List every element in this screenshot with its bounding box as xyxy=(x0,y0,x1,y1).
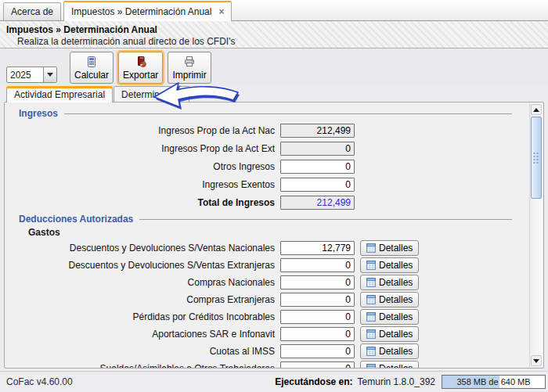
detalles-button[interactable]: Detalles xyxy=(360,292,419,307)
form-row: Ingresos Exentos xyxy=(14,175,525,193)
table-icon xyxy=(366,278,376,287)
field-label: Ingresos Exentos xyxy=(14,179,280,190)
amount-field[interactable] xyxy=(280,241,355,255)
triangle-down-icon xyxy=(533,359,539,363)
detalles-label: Detalles xyxy=(379,311,413,322)
form-row: Pérdidas por Créditos Incobrables Detall… xyxy=(14,308,525,325)
form-row: Compras Nacionales Detalles xyxy=(14,274,525,291)
detalles-label: Detalles xyxy=(379,277,413,288)
document-tabbar: Acerca de Impuestos » Determinación Anua… xyxy=(0,0,548,21)
field-label: Total de Ingresos xyxy=(14,197,280,208)
section-divider xyxy=(139,219,512,220)
year-select[interactable]: 2025 xyxy=(6,67,57,83)
exportar-label: Exportar xyxy=(123,70,158,81)
amount-field[interactable] xyxy=(280,124,355,138)
field-label: Pérdidas por Créditos Incobrables xyxy=(14,311,280,322)
ingresos-rows: Ingresos Prop de la Act Nac Ingresos Pro… xyxy=(14,121,525,211)
gastos-rows: Descuentos y Devoluciones S/Ventas Nacio… xyxy=(14,239,525,369)
scrollbar-thumb[interactable] xyxy=(531,117,542,199)
calcular-button[interactable]: Calcular xyxy=(70,52,114,84)
year-value: 2025 xyxy=(7,67,43,82)
section-deducciones-header: Deducciones Autorizadas xyxy=(19,213,520,225)
detalles-button[interactable]: Detalles xyxy=(360,275,419,290)
table-icon xyxy=(366,261,376,270)
tab-acerca-de[interactable]: Acerca de xyxy=(3,2,61,20)
field-label: Ingresos Prop de la Act Ext xyxy=(14,143,280,154)
detalles-button[interactable]: Detalles xyxy=(360,326,419,342)
table-icon xyxy=(366,243,376,253)
form-row: Compras Extranjeras Detalles xyxy=(14,291,525,308)
app-window: Acerca de Impuestos » Determinación Anua… xyxy=(0,0,548,392)
page-title: Impuestos » Determinación Anual xyxy=(6,24,542,35)
tab-impuestos-determinacion[interactable]: Impuestos » Determinación Anual × xyxy=(63,1,232,21)
detalles-label: Detalles xyxy=(379,346,413,357)
tab-actividad-empresarial[interactable]: Actividad Empresarial xyxy=(6,86,113,102)
detalles-label: Detalles xyxy=(379,260,413,271)
tab-determinacion-label: Determinación xyxy=(121,89,182,100)
form-content: Ingresos Ingresos Prop de la Act Nac Ing… xyxy=(5,102,543,369)
detalles-button[interactable]: Detalles xyxy=(360,240,419,256)
table-icon xyxy=(366,329,376,339)
amount-field[interactable] xyxy=(280,160,355,174)
detalles-button[interactable]: Detalles xyxy=(360,309,419,325)
vertical-scrollbar[interactable] xyxy=(529,103,543,367)
detalles-label: Detalles xyxy=(379,294,413,305)
detalles-button[interactable]: Detalles xyxy=(360,343,419,359)
amount-field[interactable] xyxy=(280,196,355,210)
field-label: Compras Nacionales xyxy=(14,277,280,288)
form-row: Aportaciones SAR e Infonavit Detalles xyxy=(14,325,525,343)
amount-field[interactable] xyxy=(280,142,355,156)
year-dropdown-button[interactable] xyxy=(43,67,56,82)
scroll-down-button[interactable] xyxy=(531,355,542,366)
amount-field[interactable] xyxy=(280,293,355,307)
memory-gauge-text: 358 MB de 640 MB xyxy=(456,377,530,387)
field-label: Aportaciones SAR e Infonavit xyxy=(14,329,280,340)
detalles-label: Detalles xyxy=(379,243,413,254)
section-ingresos-title: Ingresos xyxy=(19,108,58,119)
calculator-icon xyxy=(85,56,98,68)
section-ingresos-header: Ingresos xyxy=(19,107,520,120)
detalles-label: Detalles xyxy=(379,329,413,340)
form-row: Ingresos Prop de la Act Ext xyxy=(14,139,525,157)
triangle-up-icon xyxy=(533,108,539,112)
form-row: Ingresos Prop de la Act Nac xyxy=(14,121,525,139)
export-book-icon xyxy=(135,56,147,68)
field-label: Cuotas al IMSS xyxy=(14,346,280,357)
form-tabbar: Actividad Empresarial Determinación xyxy=(0,86,548,102)
module-header: Impuestos » Determinación Anual Realiza … xyxy=(0,21,548,49)
form-row: Total de Ingresos xyxy=(14,193,525,211)
amount-field[interactable] xyxy=(280,361,355,369)
runtime-value: Temurin 1.8.0_392 xyxy=(358,376,435,387)
tab-acerca-de-label: Acerca de xyxy=(11,6,53,17)
form-row: Sueldos/Asimilables a Otros Trabajadores… xyxy=(14,360,525,369)
section-deducciones-title: Deducciones Autorizadas xyxy=(19,214,133,225)
app-version: CoFac v4.60.00 xyxy=(6,376,73,387)
form-panel: Ingresos Ingresos Prop de la Act Nac Ing… xyxy=(4,102,544,369)
subsection-gastos-title: Gastos xyxy=(28,227,525,239)
amount-field[interactable] xyxy=(280,275,355,290)
scroll-up-button[interactable] xyxy=(531,104,542,115)
amount-field[interactable] xyxy=(280,327,355,341)
close-icon[interactable]: × xyxy=(218,7,224,16)
amount-field[interactable] xyxy=(280,344,355,358)
toolbar: 2025 Calcular xyxy=(0,49,548,86)
amount-field[interactable] xyxy=(280,258,355,272)
table-icon xyxy=(366,364,376,369)
page-subtitle: Realiza la determinación anual directo d… xyxy=(6,36,542,47)
imprimir-button[interactable]: Imprimir xyxy=(168,52,211,84)
form-row: Cuotas al IMSS Detalles xyxy=(14,343,525,360)
exportar-button[interactable]: Exportar xyxy=(118,52,163,84)
form-row: Otros Ingresos xyxy=(14,157,525,175)
imprimir-label: Imprimir xyxy=(172,70,206,81)
table-icon xyxy=(366,347,376,356)
detalles-button[interactable]: Detalles xyxy=(360,257,419,273)
tab-actividad-label: Actividad Empresarial xyxy=(14,89,105,100)
tab-determinacion[interactable]: Determinación xyxy=(114,86,189,102)
field-label: Compras Extranjeras xyxy=(14,294,280,305)
table-icon xyxy=(366,295,376,304)
amount-field[interactable] xyxy=(280,178,355,192)
status-area: CoFac v4.60.00 Ejecutándose en: Temurin … xyxy=(0,369,548,392)
detalles-button[interactable]: Detalles xyxy=(360,361,419,369)
amount-field[interactable] xyxy=(280,310,355,324)
calcular-label: Calcular xyxy=(74,70,109,81)
